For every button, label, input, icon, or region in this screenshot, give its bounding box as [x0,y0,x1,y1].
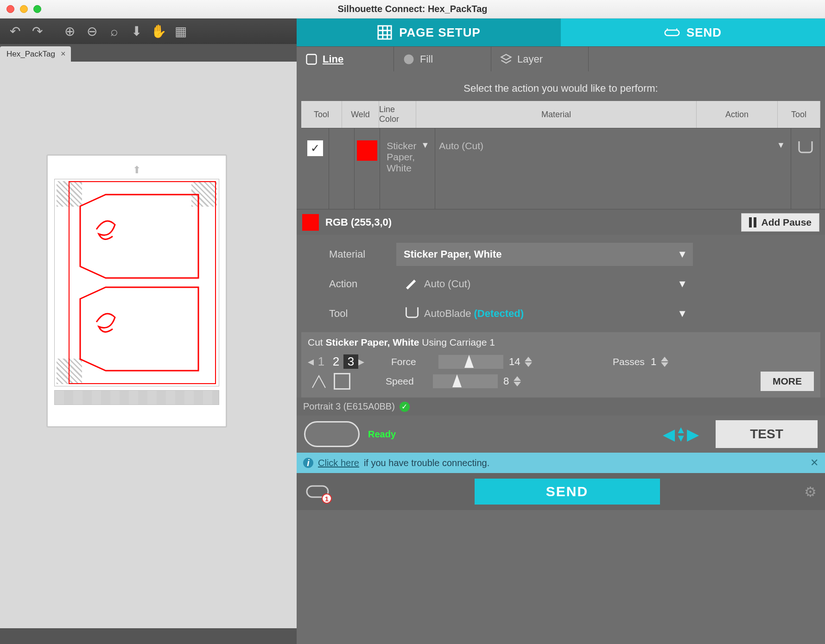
svg-rect-2 [307,54,317,64]
status-ready: Ready [368,429,396,440]
subtab-layer[interactable]: Layer [491,47,589,71]
row-tool-icon[interactable] [791,128,820,209]
row-weld[interactable] [329,128,355,209]
left-panel: ↶ ↷ ⊕ ⊖ ⌕ ⬇ ✋ ▦ Hex_PackTag × ⬆ [0,19,297,644]
download-icon[interactable]: ⬇ [128,23,145,40]
test-button[interactable]: TEST [716,420,818,448]
device-row: Portrait 3 (E615A0BB) ✓ [297,398,825,416]
cut-settings: Material Sticker Paper, White ▼ Action A… [297,235,825,328]
row-action-dropdown[interactable]: Auto (Cut) ▼ [435,128,791,209]
color-swatch [302,214,319,231]
table-header: Tool Weld Line Color Material Action Too… [301,101,820,128]
tab-label: PAGE SETUP [399,25,481,40]
canvas[interactable]: ⬆ [0,62,297,644]
row-enable-checkbox[interactable]: ✓ [307,140,323,156]
th-tool: Tool [301,101,342,128]
tab-send[interactable]: SEND [561,19,825,46]
passes-control: Passes 1 [613,356,692,368]
line-icon [305,53,318,66]
close-icon[interactable]: ✕ [810,457,819,469]
file-tab-row: Hex_PackTag × [0,44,297,62]
redo-icon[interactable]: ↷ [29,23,45,40]
subtab-label: Fill [420,53,433,65]
layer-icon [500,53,513,66]
blade-depth-stepper[interactable]: ◂ 1 2 3 ▸ [308,354,364,369]
svg-rect-0 [378,26,391,39]
square-option-icon[interactable] [334,373,350,390]
design-shape-2[interactable] [78,285,203,373]
row-action-value: Auto (Cut) [439,140,483,152]
add-pause-button[interactable]: Add Pause [741,213,819,232]
design-shape-1[interactable] [78,192,203,280]
fill-icon [402,53,415,66]
canvas-scrollbar[interactable] [0,628,297,644]
zoom-selection-icon[interactable]: ⌕ [106,23,122,40]
th-color: Line Color [379,101,416,128]
speed-slider[interactable] [433,374,498,388]
main-tabs: PAGE SETUP SEND [297,19,825,46]
tool-dropdown[interactable]: AutoBlade (Detected) ▼ [396,302,693,325]
undo-icon[interactable]: ↶ [6,23,23,40]
table-row: ✓ Sticker Paper, White ▼ Auto (Cut) ▼ [301,128,820,209]
speed-control: Speed 8 [386,374,545,388]
mat-arrow-icon: ⬆ [54,164,219,176]
file-tab-label: Hex_PackTag [6,50,55,59]
cutting-mat: ⬆ [46,154,227,428]
action-table: Tool Weld Line Color Material Action Too… [301,101,820,209]
info-icon: i [303,458,313,468]
fit-page-icon[interactable]: ▦ [172,23,189,40]
tool-key: Tool [329,308,396,320]
force-label: Force [391,356,433,367]
svg-rect-1 [665,30,679,36]
info-link[interactable]: Click here [318,458,359,468]
jog-arrows[interactable]: ◀▲▼▶ [663,425,699,443]
row-color-swatch[interactable] [357,140,377,161]
line-option-icons[interactable] [311,373,350,390]
more-button[interactable]: MORE [761,372,814,391]
force-control: Force 14 [391,355,551,369]
speed-stepper[interactable] [514,376,521,386]
cut-panel: Cut Sticker Paper, White Using Carriage … [301,332,820,398]
mat-ruler [54,390,219,405]
color-label: RGB (255,3,0) [325,216,392,228]
material-dropdown[interactable]: Sticker Paper, White ▼ [396,243,693,266]
file-tab[interactable]: Hex_PackTag × [0,46,71,62]
passes-value: 1 [651,356,656,368]
gear-icon[interactable]: ⚙ [804,484,817,500]
chevron-down-icon: ▼ [777,140,791,150]
send-button[interactable]: SEND [475,479,660,505]
printer-icon[interactable]: 1 [305,481,330,502]
status-ok-icon: ✓ [400,402,410,412]
action-prompt: Select the action you would like to perf… [297,71,825,101]
chevron-down-icon: ▼ [677,248,687,260]
material-value: Sticker Paper, White [404,248,502,260]
subtab-line[interactable]: Line [297,47,394,71]
action-dropdown[interactable]: Auto (Cut) ▼ [396,272,693,296]
subtab-fill[interactable]: Fill [394,47,491,71]
mat-grid [54,179,219,386]
passes-stepper[interactable] [661,357,668,367]
chevron-down-icon: ▼ [677,278,687,290]
tool-detected: (Detected) [474,308,524,320]
th-action: Action [697,101,778,128]
row-material-dropdown[interactable]: Sticker Paper, White ▼ [380,128,435,209]
force-stepper[interactable] [525,357,532,367]
machine-outline-icon [304,421,360,447]
window-title: Silhouette Connect: Hex_PackTag [0,4,825,14]
chevron-down-icon: ▼ [677,308,687,320]
pan-hand-icon[interactable]: ✋ [150,23,167,40]
zoom-out-icon[interactable]: ⊖ [83,23,100,40]
blade-icon [404,276,419,292]
add-pause-label: Add Pause [761,217,812,228]
tool-value: AutoBlade [424,308,471,320]
force-slider[interactable] [438,355,503,369]
right-panel: PAGE SETUP SEND Line Fill Layer [297,19,825,644]
speed-value: 8 [503,375,509,387]
close-icon[interactable]: × [61,49,66,59]
zoom-in-icon[interactable]: ⊕ [61,23,78,40]
info-banner: i Click here if you have trouble connect… [297,453,825,473]
tab-page-setup[interactable]: PAGE SETUP [297,19,561,46]
title-bar: Silhouette Connect: Hex_PackTag [0,0,825,19]
tab-label: SEND [686,25,722,40]
action-value: Auto (Cut) [424,278,470,290]
